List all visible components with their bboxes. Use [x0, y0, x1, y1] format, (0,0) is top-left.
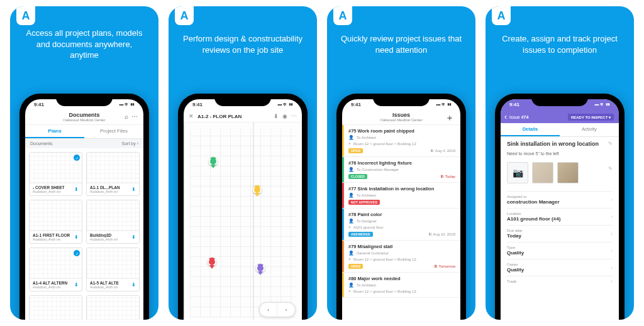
edit-icon[interactable]: ✎ [608, 166, 613, 171]
add-photo-button[interactable]: 📷 [507, 162, 528, 183]
close-icon[interactable]: ✕ [189, 113, 194, 119]
back-icon[interactable]: ‹ [504, 112, 507, 121]
tab-project-files[interactable]: Project Files [84, 125, 143, 138]
field-label: Assigned to [507, 195, 613, 198]
tab-activity[interactable]: Activity [560, 123, 619, 136]
location-icon: ⌖ [348, 257, 351, 262]
issue-pin-yellow[interactable] [253, 185, 262, 194]
search-icon[interactable]: ⌕ [125, 113, 128, 120]
tab-details[interactable]: Details [501, 123, 560, 136]
document-card[interactable]: A1-5 ALT ALTE Audubon_Arch.rvt ⬇ [86, 247, 140, 291]
person-icon: 👤 [348, 219, 354, 224]
field-value: Today [507, 233, 613, 239]
download-icon[interactable]: ⬇ [131, 187, 136, 192]
autodesk-logo: A [175, 6, 194, 25]
status-chip: OPEN [348, 264, 363, 269]
pan-right-icon[interactable]: › [277, 303, 295, 317]
due-date: 🗓 Aug 10, 2018 [428, 232, 455, 236]
issue-row[interactable]: #80 Major work needed 👤To Architect ⌖Roo… [342, 273, 460, 298]
chevron-right-icon: › [611, 197, 613, 203]
document-card[interactable]: A1-1 DL...PLAN Audubon_Arch.rvt ⬇ [86, 152, 140, 196]
assignee: General Contractor [357, 251, 389, 255]
filter-label: Documents [30, 141, 52, 146]
doc-preview: ✓ [30, 248, 82, 278]
download-icon[interactable]: ⬇ [74, 187, 79, 192]
detail-field[interactable]: Trade › [507, 276, 613, 287]
page-title: Documents [29, 112, 140, 118]
location-icon: ⌖ [348, 225, 351, 230]
field-label: Due date [507, 229, 613, 232]
cloud-download-icon[interactable]: ⬇ [274, 113, 279, 119]
due-date: 🗓 Tomorrow [434, 264, 455, 268]
project-subtitle: Oakwood Medical Center [29, 118, 140, 122]
doc-subtitle: Audubon_Arch.rvt [90, 285, 119, 289]
edit-icon[interactable]: ✎ [608, 141, 613, 146]
doc-title: - COVER SHEET [33, 185, 65, 190]
status-dropdown[interactable]: READY TO INSPECT ▾ [568, 114, 614, 121]
detail-field[interactable]: Type Quality › [507, 242, 613, 259]
add-icon[interactable]: ＋ [445, 112, 454, 124]
issue-pin-green[interactable] [209, 157, 218, 166]
chevron-right-icon: › [611, 247, 613, 254]
download-icon[interactable]: ⬇ [74, 234, 79, 240]
assignee: To Designer [357, 219, 377, 223]
issue-description: Need to move 5" to the left [507, 151, 613, 156]
issue-row[interactable]: #79 Misaligned stall 👤General Contractor… [342, 241, 460, 273]
document-card[interactable]: A1-2 ALT ⬇ [29, 295, 82, 320]
assignee: To Construction Manager [357, 168, 399, 171]
doc-title: Building3D [90, 233, 118, 237]
issue-pin-purple[interactable] [256, 264, 265, 273]
issue-row[interactable]: #76 Incorrect lighting fixture 👤To Const… [342, 157, 460, 183]
tab-plans[interactable]: Plans [25, 125, 84, 138]
page-title: Issues [346, 112, 457, 118]
issue-title: Sink installation in wrong location [507, 141, 613, 148]
app-store-card-1: A Access all project plans, models and d… [10, 6, 158, 320]
more-icon[interactable]: ⋯ [291, 113, 297, 119]
doc-subtitle: Audubon_Arch.rvt [33, 285, 67, 289]
detail-tabs: Details Activity [501, 123, 619, 137]
pan-left-icon[interactable]: ‹ [260, 303, 277, 317]
doc-preview [30, 296, 82, 320]
detail-field[interactable]: Owner Quality › [507, 259, 613, 276]
visibility-icon[interactable]: ◉ [282, 113, 287, 119]
photo-thumbnail[interactable] [557, 162, 579, 183]
document-card[interactable]: Building3D Audubon_Arch.rvt ⬇ [86, 200, 140, 244]
field-value: Quality [507, 267, 613, 273]
document-card[interactable]: ✓ - COVER SHEET Audubon_Arch.rvt ⬇ [29, 152, 82, 196]
person-icon: 👤 [348, 251, 354, 256]
floor-plan-viewer[interactable]: ‹ › [184, 122, 302, 320]
sort-button[interactable]: Sort by › [122, 141, 138, 146]
field-value: construction Manager [507, 199, 613, 205]
detail-field[interactable]: Location A101 ground floor (#4) › [507, 208, 613, 225]
field-value: A101 ground floor (#4) [507, 216, 613, 222]
app-store-card-3: A Quickly review project issues that nee… [327, 6, 475, 320]
camera-icon: 📷 [513, 168, 523, 178]
phone-mock: 9:41••• ᯤ ▮▮ Documents Oakwood Medical C… [19, 94, 149, 320]
doc-subtitle: Audubon_Arch.rvt [33, 190, 65, 193]
person-icon: 👤 [348, 283, 354, 288]
download-icon[interactable]: ⬇ [131, 282, 136, 288]
issue-row[interactable]: #77 Sink installation in wrong location … [342, 183, 460, 209]
issue-row[interactable]: #78 Paint color 👤To Designer ⌖A101 groun… [342, 209, 460, 241]
person-icon: 👤 [348, 167, 354, 172]
status-chip: CLOSED [348, 174, 367, 179]
pan-control: ‹ › [259, 302, 296, 317]
document-card[interactable]: A1-3 ALT ALT ⬇ [86, 295, 140, 320]
tabs: Plans Project Files [25, 125, 143, 139]
issue-row[interactable]: #75 Work room paint chipped 👤To Architec… [342, 125, 460, 157]
doc-subtitle: Audubon_Arch.rvt [33, 237, 70, 241]
detail-field[interactable]: Due date Today › [507, 225, 613, 242]
more-icon[interactable]: ⋯ [131, 113, 138, 120]
assignee: To Architect [357, 193, 376, 197]
document-card[interactable]: A1-1 FIRST FLOOR Audubon_Arch.rvt ⬇ [29, 200, 82, 244]
document-card[interactable]: ✓ A1-4 ALT ALTERN Audubon_Arch.rvt ⬇ [29, 247, 82, 291]
photo-thumbnail[interactable] [532, 162, 553, 183]
detail-field[interactable]: Assigned to construction Manager › [507, 191, 613, 208]
download-icon[interactable]: ⬇ [131, 234, 136, 240]
download-icon[interactable]: ⬇ [74, 282, 79, 288]
doc-title: A1-5 ALT ALTE [90, 281, 119, 285]
doc-preview [87, 248, 139, 278]
issue-pin-red[interactable] [208, 258, 216, 266]
field-label: Trade [507, 280, 613, 283]
plan-header: ✕ A1-2 - FLOR PLAN ⬇ ◉ ⋯ [184, 111, 302, 122]
